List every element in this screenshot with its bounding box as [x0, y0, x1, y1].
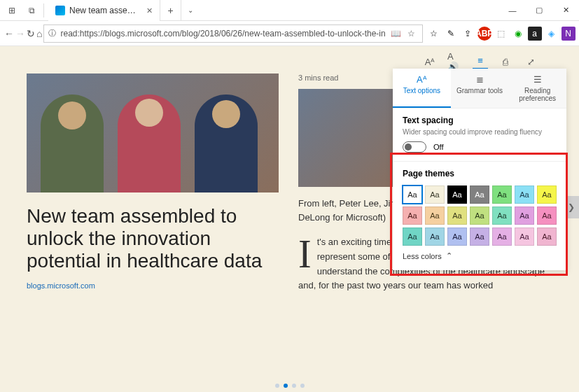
- theme-swatch[interactable]: Aa: [425, 206, 445, 225]
- page-dot[interactable]: [292, 384, 296, 388]
- adblock-icon[interactable]: ABP: [477, 27, 491, 41]
- theme-swatch[interactable]: Aa: [425, 227, 445, 246]
- theme-swatch[interactable]: Aa: [425, 186, 445, 204]
- share-icon[interactable]: ⇪: [461, 27, 475, 41]
- theme-swatch[interactable]: Aa: [492, 227, 512, 246]
- section-title: Page themes: [403, 169, 557, 178]
- new-tab-button[interactable]: +: [160, 0, 181, 20]
- theme-swatch[interactable]: Aa: [537, 186, 557, 204]
- theme-swatch[interactable]: Aa: [447, 227, 467, 246]
- toggle-state: Off: [433, 143, 443, 151]
- less-colors-label: Less colors: [403, 252, 442, 260]
- panel-tabs: Aᴬ Text options ≣ Grammar tools ☰ Readin…: [393, 69, 566, 108]
- theme-swatch[interactable]: Aa: [537, 227, 557, 246]
- learning-tools-button[interactable]: ≡: [473, 54, 488, 69]
- maximize-button[interactable]: ▢: [526, 0, 552, 20]
- theme-swatch[interactable]: Aa: [470, 186, 489, 204]
- theme-swatch[interactable]: Aa: [515, 186, 534, 204]
- article-headline: New team assembled to unlock the innovat…: [27, 205, 279, 273]
- grammar-icon: ≣: [476, 74, 484, 85]
- browser-tab[interactable]: New team assembled to ✕: [48, 0, 160, 21]
- close-window-button[interactable]: ✕: [552, 0, 579, 20]
- close-icon[interactable]: ✕: [146, 6, 153, 15]
- titlebar-left: ⊞ ⧉: [0, 0, 48, 20]
- minimize-button[interactable]: —: [499, 0, 526, 20]
- separator: [43, 4, 44, 18]
- tab-grammar-tools[interactable]: ≣ Grammar tools: [451, 69, 509, 108]
- window-controls: — ▢ ✕: [499, 0, 579, 20]
- tab-title: New team assembled to: [69, 6, 142, 15]
- theme-swatch[interactable]: Aa: [447, 206, 467, 225]
- url-text: read:https://blogs.microsoft.com/blog/20…: [60, 29, 385, 38]
- print-button[interactable]: ⎙: [498, 54, 513, 69]
- set-aside-icon[interactable]: ⧉: [22, 1, 41, 20]
- section-description: Wider spacing could improve reading flue…: [403, 128, 557, 136]
- tab-label: Grammar tools: [456, 87, 503, 94]
- tab-label: Text options: [403, 87, 440, 94]
- text-spacing-section: Text spacing Wider spacing could improve…: [393, 108, 566, 162]
- url-input[interactable]: ⓘ read:https://blogs.microsoft.com/blog/…: [43, 24, 422, 43]
- theme-swatch[interactable]: Aa: [470, 206, 489, 225]
- person-figure: [195, 94, 258, 192]
- forward-button[interactable]: →: [15, 23, 25, 44]
- tab-preview-icon[interactable]: ⊞: [3, 1, 21, 20]
- text-options-icon: Aᴬ: [417, 74, 427, 85]
- theme-swatch[interactable]: Aa: [492, 186, 512, 204]
- theme-swatch[interactable]: Aa: [447, 186, 467, 204]
- theme-swatch[interactable]: Aa: [515, 227, 534, 246]
- favorites-icon[interactable]: ☆: [427, 27, 441, 41]
- tab-reading-preferences[interactable]: ☰ Reading preferences: [508, 69, 566, 108]
- extension-icons: ☆ ✎ ⇪ ABP ⬚ ◉ a ◈ N: [424, 27, 578, 41]
- ext-amazon-icon[interactable]: a: [528, 27, 542, 41]
- page-dot[interactable]: [284, 384, 288, 388]
- favicon: [55, 6, 65, 15]
- reading-view-icon[interactable]: 📖: [390, 29, 403, 38]
- addr-action-icons: 📖 ☆: [390, 29, 418, 38]
- back-button[interactable]: ←: [4, 23, 14, 44]
- theme-swatch[interactable]: Aa: [537, 206, 557, 225]
- theme-swatch-grid: AaAaAaAaAaAaAaAaAaAaAaAaAaAaAaAaAaAaAaAa…: [403, 186, 557, 246]
- pen-icon[interactable]: ✎: [444, 27, 458, 41]
- theme-swatch[interactable]: Aa: [470, 227, 489, 246]
- person-figure: [118, 94, 181, 192]
- article-source[interactable]: blogs.microsoft.com: [27, 281, 279, 290]
- page-themes-section: Page themes AaAaAaAaAaAaAaAaAaAaAaAaAaAa…: [393, 162, 566, 270]
- titlebar: ⊞ ⧉ New team assembled to ✕ + ⌄ — ▢ ✕: [0, 0, 579, 21]
- theme-swatch[interactable]: Aa: [403, 186, 422, 204]
- theme-swatch[interactable]: Aa: [403, 206, 422, 225]
- hero-image: [27, 74, 279, 192]
- article-column-1: New team assembled to unlock the innovat…: [27, 74, 279, 385]
- address-bar: ← → ↻ ⌂ ⓘ read:https://blogs.microsoft.c…: [0, 21, 579, 46]
- text-spacing-toggle[interactable]: [403, 141, 426, 153]
- page-dot[interactable]: [300, 384, 305, 388]
- tab-text-options[interactable]: Aᴬ Text options: [393, 69, 451, 108]
- theme-swatch[interactable]: Aa: [515, 206, 534, 225]
- theme-swatch[interactable]: Aa: [403, 227, 422, 246]
- home-button[interactable]: ⌂: [36, 23, 42, 44]
- section-title: Text spacing: [403, 115, 557, 125]
- tab-label: Reading preferences: [511, 87, 564, 102]
- toggle-row: Off: [403, 141, 557, 153]
- refresh-button[interactable]: ↻: [27, 23, 35, 44]
- ext-blue-icon[interactable]: ◈: [545, 27, 559, 41]
- text-size-button[interactable]: Aᴬ: [422, 54, 438, 69]
- reading-prefs-icon: ☰: [533, 74, 542, 85]
- ext-note-icon[interactable]: ⬚: [494, 27, 508, 41]
- read-aloud-button[interactable]: A🔊: [447, 54, 463, 69]
- ext-circle-icon[interactable]: ◉: [511, 27, 525, 41]
- tab-chevron-down-icon[interactable]: ⌄: [181, 0, 200, 20]
- page-indicator: [275, 384, 305, 388]
- ext-onenote-icon[interactable]: N: [561, 27, 575, 41]
- person-figure: [41, 94, 104, 192]
- page-dot[interactable]: [275, 384, 279, 388]
- favorite-icon[interactable]: ☆: [405, 29, 418, 38]
- dropcap: I: [298, 235, 317, 272]
- theme-swatch[interactable]: Aa: [492, 206, 512, 225]
- learning-tools-panel: Aᴬ Text options ≣ Grammar tools ☰ Readin…: [393, 69, 566, 270]
- less-colors-button[interactable]: Less colors ⌃: [403, 251, 557, 260]
- chevron-up-icon: ⌃: [446, 251, 452, 260]
- fullscreen-button[interactable]: ⤢: [523, 54, 538, 69]
- info-icon: ⓘ: [48, 28, 56, 38]
